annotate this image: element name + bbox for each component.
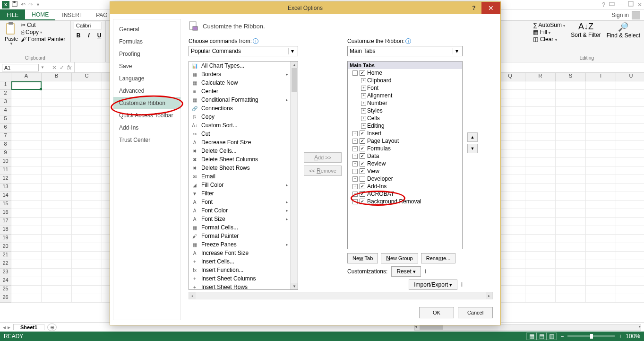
cell[interactable]	[11, 269, 42, 277]
cell[interactable]	[11, 209, 42, 218]
dialog-close-button[interactable]: ✕	[481, 2, 500, 14]
cell[interactable]	[525, 286, 556, 294]
tree-toggle-icon[interactable]: +	[352, 192, 358, 197]
command-item[interactable]: fxInsert Function...	[189, 266, 290, 274]
command-item[interactable]: ▦Borders▸	[189, 70, 290, 79]
tree-checkbox[interactable]: ✔	[360, 131, 365, 136]
minimize-icon[interactable]: —	[618, 1, 624, 8]
tree-toggle-icon[interactable]: +	[361, 108, 366, 114]
cell[interactable]	[72, 201, 102, 209]
cell[interactable]	[525, 158, 556, 166]
zoom-level[interactable]: 100%	[626, 333, 640, 340]
cell[interactable]	[11, 235, 42, 243]
tree-checkbox[interactable]: ✔	[360, 153, 365, 159]
cell[interactable]	[556, 132, 586, 141]
tree-checkbox[interactable]: ✔	[360, 70, 365, 76]
close-window-icon[interactable]: ✕	[637, 1, 642, 8]
cell[interactable]	[42, 115, 72, 124]
cell[interactable]	[11, 201, 42, 209]
cell[interactable]	[586, 218, 616, 226]
command-item[interactable]: ADecrease Font Size	[189, 138, 290, 147]
cell[interactable]	[616, 90, 644, 98]
cancel-formula-icon[interactable]: ✕	[52, 64, 57, 71]
cell[interactable]	[586, 209, 616, 218]
cell[interactable]	[11, 149, 42, 158]
format-painter-button[interactable]: 🖌Format Painter	[21, 36, 65, 43]
command-item[interactable]: ▦Freeze Panes▸	[189, 240, 290, 249]
rename-button[interactable]: Rename...	[421, 253, 456, 263]
command-item[interactable]: AIncrease Font Size	[189, 249, 290, 257]
tree-item[interactable]: +Cells	[348, 114, 462, 122]
redo-icon[interactable]: ↷	[28, 1, 33, 8]
cell[interactable]	[586, 184, 616, 192]
row-header[interactable]: 19	[0, 235, 11, 243]
cell[interactable]	[42, 269, 72, 277]
cell[interactable]	[556, 141, 586, 149]
tree-toggle-icon[interactable]: +	[361, 116, 366, 121]
sidebar-item-advanced[interactable]: Advanced	[113, 85, 180, 97]
sheet-tab[interactable]: Sheet1	[13, 324, 44, 330]
cell[interactable]	[525, 90, 556, 98]
command-item[interactable]: ▦Format Cells...	[189, 223, 290, 232]
help-icon[interactable]: ?	[602, 1, 605, 8]
italic-button[interactable]: I	[84, 31, 94, 40]
tree-toggle-icon[interactable]: +	[361, 86, 366, 91]
cell[interactable]	[42, 226, 72, 235]
cell[interactable]	[42, 175, 72, 184]
cell[interactable]	[42, 166, 72, 175]
tree-item[interactable]: +Developer	[348, 175, 462, 183]
cell[interactable]	[556, 158, 586, 166]
cut-button[interactable]: ✂Cut	[21, 22, 65, 28]
page-layout-view-button[interactable]: ▤	[536, 332, 547, 340]
cell[interactable]	[72, 141, 102, 149]
cell[interactable]	[11, 277, 42, 286]
signin-link[interactable]: Sign in	[611, 12, 629, 18]
tree-item[interactable]: +✔ACROBAT	[348, 190, 462, 198]
cell[interactable]	[556, 184, 586, 192]
tree-toggle-icon[interactable]: +	[361, 93, 366, 98]
cell[interactable]	[586, 226, 616, 235]
cell[interactable]	[556, 209, 586, 218]
row-header[interactable]: 23	[0, 269, 11, 277]
enter-formula-icon[interactable]: ✓	[60, 64, 64, 71]
cell[interactable]	[556, 269, 586, 277]
tree-toggle-icon[interactable]: -	[352, 70, 358, 76]
cell[interactable]	[556, 115, 586, 124]
cell[interactable]	[42, 294, 72, 303]
cell[interactable]	[586, 269, 616, 277]
column-header[interactable]: S	[556, 73, 586, 81]
fill-button[interactable]: ▦ Fill ▾	[533, 29, 565, 35]
tree-toggle-icon[interactable]: +	[352, 199, 358, 204]
cell[interactable]	[556, 98, 586, 107]
hscroll-thumb[interactable]	[420, 325, 443, 330]
tree-toggle-icon[interactable]: +	[361, 78, 366, 83]
cell[interactable]	[556, 149, 586, 158]
cell[interactable]	[11, 90, 42, 98]
qat-dropdown-icon[interactable]: ▼	[36, 2, 40, 7]
select-all-corner[interactable]	[0, 73, 11, 81]
cell[interactable]	[525, 98, 556, 107]
cell[interactable]	[616, 192, 644, 201]
info-icon[interactable]: i	[253, 38, 258, 44]
page-break-view-button[interactable]: ▥	[546, 332, 557, 340]
cell[interactable]	[525, 184, 556, 192]
underline-button[interactable]: U	[94, 31, 104, 40]
cell[interactable]	[72, 294, 102, 303]
column-header[interactable]: C	[72, 73, 102, 81]
cell[interactable]	[556, 260, 586, 269]
cell[interactable]	[525, 269, 556, 277]
cell[interactable]	[11, 175, 42, 184]
command-item[interactable]: AFont Size▸	[189, 215, 290, 223]
cell[interactable]	[11, 166, 42, 175]
cell[interactable]	[42, 192, 72, 201]
tree-checkbox[interactable]: ✔	[360, 191, 365, 197]
cell[interactable]	[525, 107, 556, 115]
cell[interactable]	[616, 175, 644, 184]
ribbon-display-icon[interactable]	[609, 1, 615, 8]
info-icon[interactable]: i	[425, 268, 426, 275]
cell[interactable]	[586, 115, 616, 124]
cell[interactable]	[72, 166, 102, 175]
fx-icon[interactable]: fx	[67, 64, 71, 71]
commands-scroll-thumb[interactable]	[292, 68, 297, 92]
row-header[interactable]: 17	[0, 218, 11, 226]
